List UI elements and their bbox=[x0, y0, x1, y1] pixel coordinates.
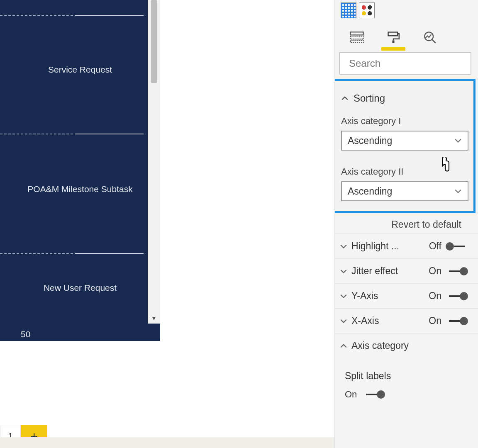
axis-category-title: Axis category bbox=[351, 340, 409, 351]
chevron-down-icon bbox=[340, 243, 347, 250]
svg-line-6 bbox=[432, 40, 436, 43]
axis1-label: Axis category I bbox=[341, 116, 468, 127]
axis-category-body: Split labels On bbox=[335, 358, 478, 400]
axis1-select[interactable]: Ascending bbox=[341, 131, 468, 151]
yaxis-state: On bbox=[429, 290, 441, 302]
fields-tab[interactable] bbox=[347, 27, 366, 48]
chevron-down-icon bbox=[454, 187, 462, 195]
highlight-toggle[interactable] bbox=[446, 242, 468, 251]
category-label: Service Request bbox=[0, 65, 160, 75]
jitter-label: Jitter effect bbox=[351, 265, 398, 277]
row-separator bbox=[0, 15, 144, 16]
scroll-down-arrow[interactable]: ▼ bbox=[148, 313, 160, 324]
axis2-label: Axis category II bbox=[341, 166, 468, 177]
jitter-state: On bbox=[429, 265, 441, 277]
split-labels-state: On bbox=[345, 389, 357, 400]
revert-default-link[interactable]: Revert to default bbox=[335, 213, 478, 234]
svg-point-5 bbox=[424, 32, 433, 41]
axis-category-section-header[interactable]: Axis category bbox=[335, 333, 478, 358]
yaxis-section[interactable]: Y-Axis On bbox=[335, 283, 478, 308]
chevron-down-icon bbox=[340, 268, 347, 275]
svg-rect-4 bbox=[393, 41, 395, 43]
row-separator bbox=[0, 253, 144, 254]
chevron-up-icon bbox=[341, 95, 349, 102]
category-label: New User Request bbox=[0, 283, 160, 293]
xaxis-label: X-Axis bbox=[351, 315, 379, 326]
xaxis-state: On bbox=[429, 315, 441, 326]
fields-icon bbox=[350, 31, 364, 44]
visual-type-swatch-matrix[interactable] bbox=[341, 2, 356, 18]
svg-rect-0 bbox=[350, 32, 363, 35]
paint-roller-icon bbox=[386, 31, 400, 44]
chevron-down-icon bbox=[340, 292, 347, 300]
category-label: POA&M Milestone Subtask bbox=[0, 184, 160, 194]
axis2-value: Ascending bbox=[348, 186, 392, 197]
yaxis-label: Y-Axis bbox=[351, 290, 378, 302]
sorting-title: Sorting bbox=[354, 93, 385, 104]
svg-rect-1 bbox=[350, 36, 363, 39]
format-tab[interactable] bbox=[384, 27, 403, 48]
sorting-section-header[interactable]: Sorting bbox=[341, 86, 468, 112]
visual-type-swatch-scatter[interactable] bbox=[359, 2, 375, 18]
xaxis-section[interactable]: X-Axis On bbox=[335, 308, 478, 333]
highlight-section[interactable]: Highlight ... Off bbox=[335, 234, 478, 258]
yaxis-toggle[interactable] bbox=[446, 292, 468, 300]
visual-scrollbar[interactable]: ▼ bbox=[148, 0, 160, 324]
sorting-section-highlight: Sorting Axis category I Ascending Axis c… bbox=[335, 79, 476, 213]
highlight-label: Highlight ... bbox=[351, 241, 399, 252]
format-pane: Sorting Axis category I Ascending Axis c… bbox=[334, 0, 478, 448]
svg-rect-2 bbox=[350, 40, 363, 43]
search-input[interactable] bbox=[349, 58, 473, 69]
xaxis-toggle[interactable] bbox=[446, 317, 468, 325]
chevron-up-icon bbox=[340, 342, 347, 350]
jitter-toggle[interactable] bbox=[446, 267, 468, 275]
analytics-icon bbox=[423, 31, 437, 44]
split-labels-label: Split labels bbox=[345, 370, 468, 382]
row-separator bbox=[0, 134, 144, 134]
report-canvas[interactable]: Service Request POA&M Milestone Subtask … bbox=[0, 0, 334, 448]
format-search[interactable] bbox=[339, 52, 471, 75]
chart-visual[interactable]: Service Request POA&M Milestone Subtask … bbox=[0, 0, 160, 341]
svg-rect-3 bbox=[388, 32, 398, 36]
jitter-section[interactable]: Jitter effect On bbox=[335, 258, 478, 283]
highlight-state: Off bbox=[429, 241, 441, 252]
chevron-down-icon bbox=[340, 317, 347, 325]
split-labels-toggle[interactable] bbox=[363, 390, 385, 399]
status-bar bbox=[0, 437, 334, 448]
axis1-value: Ascending bbox=[348, 135, 392, 146]
analytics-tab[interactable] bbox=[420, 27, 439, 48]
x-axis-tick: 50 bbox=[21, 329, 30, 339]
chevron-down-icon bbox=[454, 137, 462, 144]
axis2-select[interactable]: Ascending bbox=[341, 181, 468, 201]
